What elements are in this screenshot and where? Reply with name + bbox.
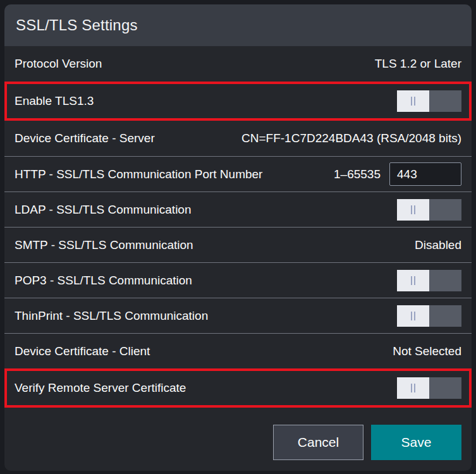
row-device-certificate-client: Device Certificate - Client Not Selected bbox=[4, 333, 472, 368]
row-enable-tls13: Enable TLS1.3 bbox=[4, 82, 472, 121]
ssl-tls-settings-dialog: SSL/TLS Settings Protocol Version TLS 1.… bbox=[4, 4, 472, 471]
toggle-knob bbox=[397, 270, 429, 291]
toggle-track bbox=[429, 377, 461, 399]
verify-remote-server-certificate-label: Verify Remote Server Certificate bbox=[15, 381, 186, 395]
thinprint-ssl-tls-label: ThinPrint - SSL/TLS Communication bbox=[15, 309, 208, 323]
smtp-ssl-tls-label: SMTP - SSL/TLS Communication bbox=[15, 238, 193, 252]
toggle-track bbox=[429, 305, 461, 327]
toggle-knob bbox=[397, 305, 429, 327]
verify-remote-server-certificate-toggle[interactable] bbox=[397, 377, 461, 399]
ldap-ssl-tls-toggle[interactable] bbox=[397, 199, 461, 221]
device-certificate-client-label: Device Certificate - Client bbox=[15, 344, 150, 358]
row-smtp-ssl-tls: SMTP - SSL/TLS Communication Disabled bbox=[4, 227, 472, 262]
row-http-port: HTTP - SSL/TLS Communication Port Number… bbox=[4, 156, 472, 191]
http-port-range-hint: 1–65535 bbox=[334, 167, 381, 181]
row-pop3-ssl-tls: POP3 - SSL/TLS Communication bbox=[4, 262, 472, 298]
row-ldap-ssl-tls: LDAP - SSL/TLS Communication bbox=[4, 191, 472, 227]
device-certificate-server-value: CN=FF-1C7D224BDA43 (RSA/2048 bits) bbox=[241, 131, 461, 145]
protocol-version-value: TLS 1.2 or Later bbox=[375, 57, 461, 71]
toggle-grip-icon bbox=[411, 205, 415, 214]
thinprint-ssl-tls-toggle[interactable] bbox=[397, 305, 461, 327]
ldap-ssl-tls-label: LDAP - SSL/TLS Communication bbox=[15, 203, 192, 217]
toggle-grip-icon bbox=[411, 312, 415, 320]
dialog-header: SSL/TLS Settings bbox=[4, 4, 472, 46]
dialog-title: SSL/TLS Settings bbox=[16, 16, 138, 34]
settings-rows: Protocol Version TLS 1.2 or Later Enable… bbox=[4, 46, 472, 408]
http-port-label: HTTP - SSL/TLS Communication Port Number bbox=[15, 167, 262, 181]
row-device-certificate-server: Device Certificate - Server CN=FF-1C7D22… bbox=[4, 121, 472, 156]
toggle-knob bbox=[397, 377, 429, 399]
smtp-ssl-tls-value: Disabled bbox=[415, 238, 461, 252]
enable-tls13-label: Enable TLS1.3 bbox=[15, 94, 94, 108]
save-button[interactable]: Save bbox=[371, 425, 461, 460]
cancel-button[interactable]: Cancel bbox=[273, 425, 363, 460]
row-verify-remote-server-certificate: Verify Remote Server Certificate bbox=[4, 368, 472, 408]
row-protocol-version: Protocol Version TLS 1.2 or Later bbox=[4, 46, 472, 82]
row-thinprint-ssl-tls: ThinPrint - SSL/TLS Communication bbox=[4, 298, 472, 333]
enable-tls13-toggle[interactable] bbox=[397, 90, 461, 112]
pop3-ssl-tls-toggle[interactable] bbox=[397, 270, 461, 291]
device-certificate-client-value: Not Selected bbox=[393, 344, 461, 358]
pop3-ssl-tls-label: POP3 - SSL/TLS Communication bbox=[15, 274, 192, 288]
protocol-version-label: Protocol Version bbox=[15, 57, 102, 71]
toggle-knob bbox=[397, 90, 429, 112]
toggle-grip-icon bbox=[411, 97, 415, 106]
http-port-input[interactable] bbox=[389, 162, 461, 186]
device-certificate-server-label: Device Certificate - Server bbox=[15, 131, 155, 145]
dialog-footer: Cancel Save bbox=[4, 425, 472, 471]
toggle-track bbox=[429, 270, 461, 291]
toggle-track bbox=[429, 199, 461, 221]
toggle-grip-icon bbox=[411, 384, 415, 392]
toggle-knob bbox=[397, 199, 429, 221]
toggle-grip-icon bbox=[411, 276, 415, 285]
page-background: SSL/TLS Settings Protocol Version TLS 1.… bbox=[0, 0, 476, 474]
toggle-track bbox=[429, 90, 461, 112]
